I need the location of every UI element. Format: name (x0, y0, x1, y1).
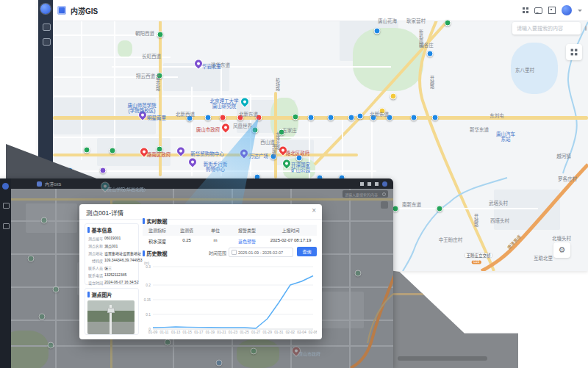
info-value: 设置集地址设置集地址 (104, 250, 141, 256)
avatar[interactable] (562, 5, 572, 15)
header-logo-icon (57, 6, 66, 15)
section-bar (87, 227, 90, 233)
modal-header: 测点001-详情 × (79, 204, 322, 220)
dim-header: 内涝GIS (11, 178, 393, 189)
horizontal-scrollbar[interactable] (398, 356, 487, 361)
search-input[interactable] (512, 26, 585, 31)
range-label: 时间范围 (209, 250, 226, 256)
info-label: 联系人员 (87, 265, 103, 270)
table-cell: 积水深度 (143, 236, 172, 247)
svg-text:01-15: 01-15 (183, 331, 193, 334)
road (112, 66, 391, 68)
fullscreen-icon[interactable] (548, 7, 556, 14)
road (114, 21, 115, 149)
info-value: 109.344346,39.744953 (104, 258, 142, 263)
column-header: 监测值 (172, 225, 201, 236)
apps-grid-icon[interactable] (523, 7, 528, 13)
dim-message-icon[interactable] (368, 182, 371, 186)
marker-grid-button[interactable] (566, 44, 582, 60)
app-logo-icon[interactable] (40, 4, 51, 14)
road (191, 87, 193, 176)
modal-title: 测点001-详情 (86, 208, 123, 217)
column-header: 监测指标 (143, 225, 172, 236)
section-bar (87, 292, 90, 297)
info-label: 测点编号 (87, 236, 103, 241)
map-settings-button[interactable]: ⚙ (553, 242, 570, 258)
info-row: 联系人员张三 (87, 265, 136, 270)
svg-text:02-04: 02-04 (297, 331, 306, 334)
svg-text:01-23: 01-23 (229, 331, 238, 334)
map-search (512, 22, 581, 35)
screen: 内涝GIS ⚙ 朝阳西道长虹西道翔云西道建华东道北新西道北新东道北新东道南新东道… (0, 0, 588, 368)
svg-text:01-09: 01-09 (148, 331, 158, 334)
info-row: 联系电话13252112345 (87, 273, 136, 278)
main-road (53, 116, 588, 120)
info-row: 测点编号06019001 (87, 236, 136, 241)
info-row: 测点地址设置集地址设置集地址 (87, 250, 136, 256)
info-value: 06019001 (104, 236, 121, 241)
section-bar (143, 218, 145, 224)
road (376, 208, 538, 209)
station-photo[interactable] (87, 300, 135, 334)
realtime-title: 实时数据 (147, 217, 168, 225)
dim-road (393, 293, 467, 295)
sidebar-screen-icon[interactable] (43, 38, 51, 46)
message-icon[interactable] (534, 7, 542, 14)
info-value: 13252112345 (104, 273, 126, 278)
date-range-input[interactable]: 2025-01-09 - 2025-02-07 (229, 248, 293, 257)
table-cell[interactable]: 蓝色预警 (229, 236, 265, 247)
svg-text:0.1: 0.1 (146, 313, 151, 317)
photo-equipment-box (107, 308, 115, 313)
dim-header-logo-icon (37, 181, 42, 187)
svg-text:02-06: 02-06 (309, 331, 317, 334)
dim-marker-grid-button[interactable] (381, 201, 388, 209)
photo-card: 测点图片 (85, 288, 139, 335)
basic-info-rows: 测点编号06019001测点名称测点001测点地址设置集地址设置集地址经纬度10… (87, 236, 136, 285)
svg-text:01-25: 01-25 (240, 331, 249, 334)
svg-text:(m): (m) (144, 261, 150, 265)
svg-text:01-29: 01-29 (263, 331, 273, 334)
app-title: 内涝GIS (71, 5, 98, 16)
dim-app-logo-icon[interactable] (2, 183, 9, 190)
info-value: 测点001 (104, 243, 118, 248)
dim-search-icon (382, 192, 386, 196)
dim-sidebar-icon[interactable] (3, 203, 10, 209)
info-value: 2024-06-07 16:34:52 (104, 280, 138, 285)
info-label: 联系电话 (87, 273, 103, 278)
road (53, 95, 273, 97)
road (81, 21, 82, 160)
table-row: 积水深度0.25m蓝色预警2025-02-07 08:17:19 (143, 236, 317, 247)
main-header: 内涝GIS (53, 0, 588, 21)
table-cell: 0.25 (172, 236, 201, 247)
search-icon[interactable] (585, 26, 587, 31)
table-cell: 2025-02-07 08:17:19 (265, 236, 317, 247)
svg-text:02-02: 02-02 (286, 331, 295, 334)
sidebar-monitor-icon[interactable] (43, 24, 51, 31)
history-chart[interactable]: 0.30.20.150.10(m)01-0901-1101-1301-1501-… (143, 260, 317, 335)
road (342, 116, 343, 178)
svg-text:01-11: 01-11 (160, 331, 169, 334)
road (53, 35, 163, 36)
dim-sidebar-icon[interactable] (3, 223, 10, 229)
date-range-value: 2025-01-09 - 2025-02-07 (238, 250, 283, 255)
dim-avatar[interactable] (382, 181, 387, 187)
info-value: 张三 (104, 265, 112, 270)
svg-text:01-31: 01-31 (274, 331, 284, 334)
info-label: 测点地址 (87, 250, 103, 256)
calendar-icon (232, 250, 237, 255)
svg-text:0.3: 0.3 (146, 265, 151, 269)
dimmed-map-fragment (393, 269, 518, 368)
query-button[interactable]: 查询 (297, 247, 317, 256)
info-label: 测点名称 (87, 243, 103, 248)
close-icon[interactable]: × (312, 206, 316, 214)
basic-info-title: 基本信息 (92, 226, 112, 234)
road (309, 116, 310, 178)
column-header: 上报时间 (265, 225, 317, 236)
svg-text:01-21: 01-21 (217, 331, 226, 334)
chevron-down-icon[interactable] (578, 10, 582, 14)
dim-apps-grid-icon[interactable] (360, 182, 364, 186)
dim-fullscreen-icon[interactable] (375, 182, 379, 186)
road (220, 65, 222, 176)
info-label: 设立时间 (87, 280, 103, 285)
dim-map-search[interactable]: 请输入要搜索的内容 (343, 190, 388, 198)
